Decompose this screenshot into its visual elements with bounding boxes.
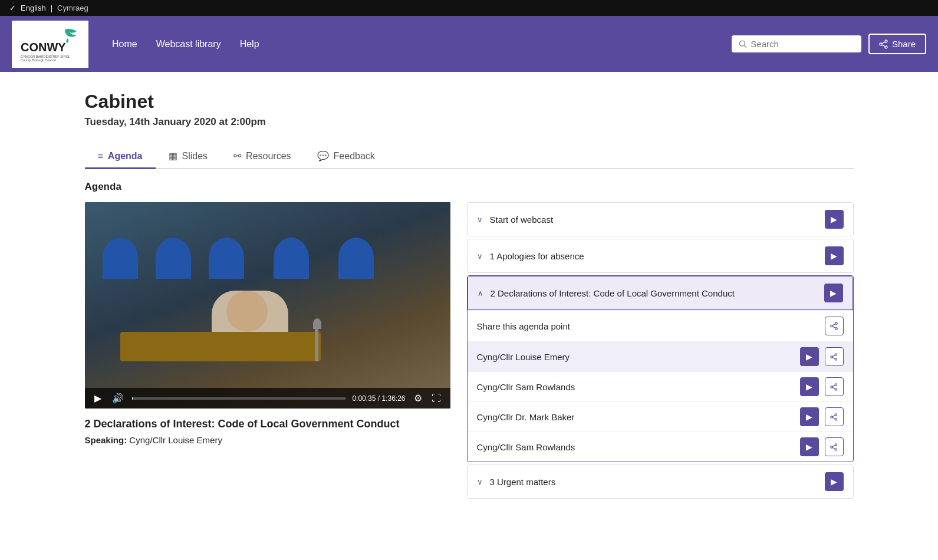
agenda-item-1-play-button[interactable]: ▶	[825, 246, 844, 265]
svg-point-23	[831, 386, 832, 387]
search-input[interactable]	[751, 39, 854, 49]
agenda-sub-1-share-button[interactable]	[825, 347, 844, 366]
search-icon	[739, 39, 747, 49]
nav-home[interactable]: Home	[112, 39, 137, 50]
chevron-up-icon[interactable]: ∧	[478, 289, 483, 298]
bg-chair-2	[156, 238, 191, 279]
agenda-sub-1-label: Cyng/Cllr Louise Emery	[477, 352, 794, 362]
agenda-item-1: ∨ 1 Apologies for absence ▶	[467, 239, 854, 273]
time-display: 0:00:35 / 1:36:26	[352, 394, 405, 403]
svg-point-26	[835, 413, 837, 415]
english-lang[interactable]: English	[21, 4, 46, 12]
agenda-sub-4-label: Cyng/Cllr Sam Rowlands	[477, 442, 794, 452]
settings-button[interactable]: ⚙	[412, 393, 424, 404]
progress-fill	[132, 397, 133, 400]
slides-icon: ▦	[169, 150, 177, 162]
share-button[interactable]: Share	[868, 34, 926, 54]
agenda-sub-4-share-button[interactable]	[825, 437, 844, 456]
svg-point-28	[831, 416, 832, 417]
language-bar: ✓ English | Cymraeg	[0, 0, 938, 16]
page-title: Cabinet	[85, 91, 854, 113]
agenda-sub-1-play-button[interactable]: ▶	[800, 347, 819, 366]
agenda-section-title: Agenda	[85, 181, 854, 193]
share-agenda-point-button[interactable]	[825, 317, 844, 335]
agenda-icon: ≡	[98, 151, 103, 162]
fullscreen-button[interactable]: ⛶	[429, 393, 443, 404]
search-box[interactable]	[732, 35, 861, 52]
svg-point-11	[835, 322, 837, 325]
svg-point-6	[885, 40, 887, 42]
agenda-sub-2-play-button[interactable]: ▶	[800, 377, 819, 396]
agenda-item-3: ∨ 3 Urgent matters ▶	[467, 465, 854, 499]
feedback-icon: 💬	[317, 150, 329, 162]
agenda-item-3-play-button[interactable]: ▶	[825, 472, 844, 491]
svg-line-19	[832, 355, 835, 356]
svg-line-9	[882, 42, 885, 44]
agenda-sub-2-row: Cyng/Cllr Sam Rowlands ▶	[468, 371, 853, 401]
tab-agenda-label: Agenda	[108, 151, 143, 162]
tab-resources[interactable]: ⚯ Resources	[220, 144, 304, 169]
nav-webcast-library[interactable]: Webcast library	[156, 39, 221, 50]
agenda-item-start: ∨ Start of webcast ▶	[467, 202, 854, 236]
microphone	[315, 326, 318, 361]
total-time: 1:36:26	[381, 394, 405, 403]
agenda-item-1-label: 1 Apologies for absence	[490, 251, 819, 261]
svg-line-35	[832, 447, 835, 449]
svg-point-7	[885, 46, 887, 48]
video-caption-title: 2 Declarations of Interest: Code of Loca…	[85, 417, 450, 431]
agenda-item-3-label: 3 Urgent matters	[490, 477, 819, 487]
agenda-item-3-row: ∨ 3 Urgent matters ▶	[468, 465, 853, 498]
agenda-sub-3-row: Cyng/Cllr Dr. Mark Baker ▶	[468, 401, 853, 431]
tab-feedback[interactable]: 💬 Feedback	[304, 144, 388, 169]
agenda-sub-3-share-button[interactable]	[825, 407, 844, 426]
agenda-sub-4-play-button[interactable]: ▶	[800, 437, 819, 456]
agenda-item-2: ∧ 2 Declarations of Interest: Code of Lo…	[467, 275, 854, 462]
agenda-start-play-button[interactable]: ▶	[825, 210, 844, 229]
svg-line-29	[832, 415, 835, 416]
logo-container[interactable]: CONWY CYNGOR BWRDEISTREF SIROL County Bo…	[12, 21, 88, 68]
video-player[interactable]: ▶ 🔊 0:00:35 / 1:36:26 ⚙ ⛶	[85, 202, 450, 409]
svg-point-17	[835, 358, 837, 360]
tab-slides[interactable]: ▦ Slides	[156, 144, 221, 169]
svg-point-13	[830, 325, 832, 327]
content-area: ▶ 🔊 0:00:35 / 1:36:26 ⚙ ⛶	[85, 202, 854, 501]
video-ctrl-right: ⚙ ⛶	[412, 393, 443, 404]
progress-bar[interactable]	[132, 397, 347, 400]
chevron-down-icon[interactable]: ∨	[477, 252, 483, 261]
share-agenda-point-label: Share this agenda point	[477, 321, 819, 331]
current-time: 0:00:35	[352, 394, 376, 403]
video-speaking: Speaking: Cyng/Cllr Louise Emery	[85, 435, 450, 445]
play-pause-button[interactable]: ▶	[92, 393, 104, 404]
bg-chair-4	[274, 238, 309, 279]
agenda-sub-3-label: Cyng/Cllr Dr. Mark Baker	[477, 412, 794, 422]
agenda-sub-2-share-button[interactable]	[825, 377, 844, 396]
svg-line-15	[832, 327, 835, 328]
tab-agenda[interactable]: ≡ Agenda	[85, 144, 156, 169]
nav-help[interactable]: Help	[240, 39, 259, 50]
agenda-item-2-subitems: Cyng/Cllr Louise Emery ▶	[468, 341, 853, 462]
volume-button[interactable]: 🔊	[110, 393, 126, 404]
agenda-item-2-play-button[interactable]: ▶	[824, 284, 843, 302]
svg-text:County Borough Council: County Borough Council	[21, 58, 56, 62]
svg-line-34	[832, 445, 835, 446]
svg-point-16	[835, 353, 837, 355]
cymraeg-lang[interactable]: Cymraeg	[57, 4, 88, 12]
svg-point-27	[835, 418, 837, 420]
chevron-down-icon[interactable]: ∨	[477, 215, 483, 224]
svg-line-20	[832, 357, 835, 358]
agenda-item-1-row: ∨ 1 Apologies for absence ▶	[468, 239, 853, 272]
bg-chair-3	[209, 238, 244, 279]
speaking-label: Speaking:	[85, 435, 127, 445]
conwy-logo: CONWY CYNGOR BWRDEISTREF SIROL County Bo…	[18, 27, 83, 62]
share-icon-small-2	[830, 383, 838, 391]
svg-point-32	[835, 448, 837, 450]
agenda-sub-3-play-button[interactable]: ▶	[800, 407, 819, 426]
agenda-item-2-row: ∧ 2 Declarations of Interest: Code of Lo…	[468, 276, 853, 310]
svg-point-8	[880, 43, 882, 45]
bg-chair-1	[103, 238, 138, 279]
tab-feedback-label: Feedback	[334, 151, 375, 162]
scene-table	[120, 332, 321, 361]
agenda-start-label: Start of webcast	[490, 215, 819, 225]
chevron-down-icon-3[interactable]: ∨	[477, 477, 483, 486]
page-subtitle: Tuesday, 14th January 2020 at 2:00pm	[85, 116, 854, 128]
